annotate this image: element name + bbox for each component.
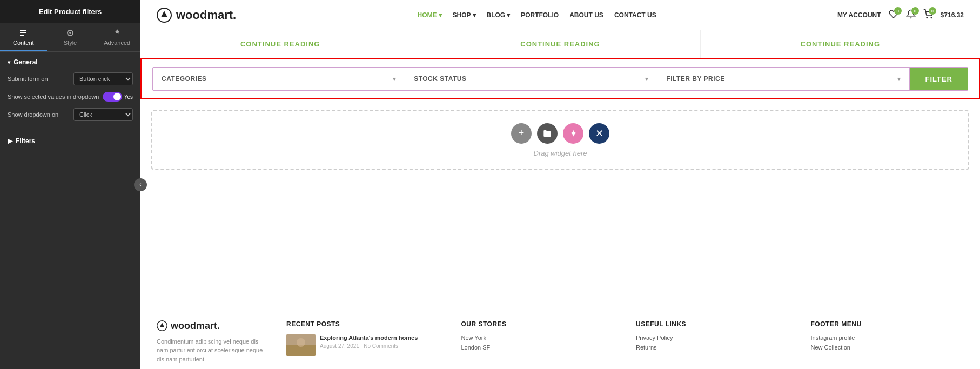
nav-account[interactable]: MY ACCOUNT xyxy=(837,11,881,19)
continue-label-2: CONTINUE READING xyxy=(520,40,600,48)
footer-brand: woodmart. Condimentum adipiscing vel neq… xyxy=(157,320,265,364)
notifications-icon-wrap[interactable]: 0 xyxy=(906,9,916,21)
footer-logo-text: woodmart. xyxy=(171,320,220,332)
stock-status-dropdown[interactable]: STOCK STATUS ▾ xyxy=(405,68,657,90)
cart-icon-wrap[interactable]: 0 xyxy=(923,9,933,21)
footer-store-new-york[interactable]: New York xyxy=(461,334,615,341)
footer: woodmart. Condimentum adipiscing vel neq… xyxy=(140,304,980,370)
logo[interactable]: woodmart. xyxy=(157,8,236,23)
filters-section-title[interactable]: ▶ Filters xyxy=(8,137,133,145)
footer-store-london[interactable]: London SF xyxy=(461,344,615,351)
tab-content[interactable]: Content xyxy=(0,23,47,51)
sidebar: Edit Product filters Content Style Advan… xyxy=(0,0,140,369)
show-dropdown-label: Show dropdown on xyxy=(8,111,73,118)
continue-item-2[interactable]: CONTINUE READING xyxy=(420,30,700,58)
price-dropdown[interactable]: FILTER BY PRICE ▾ xyxy=(657,68,910,90)
widget-drag-label: Drag widget here xyxy=(534,149,587,157)
footer-privacy-policy[interactable]: Privacy Policy xyxy=(636,334,789,341)
nav-home-chevron-icon: ▾ xyxy=(439,11,442,19)
stock-chevron-icon: ▾ xyxy=(645,76,649,83)
footer-post-info: Exploring Atlanta's modern homes August … xyxy=(320,334,440,349)
price-label: FILTER BY PRICE xyxy=(666,75,724,83)
svg-point-8 xyxy=(931,17,932,18)
footer-recent-posts: RECENT POSTS Exploring Atlanta's modern … xyxy=(286,320,440,364)
svg-point-4 xyxy=(69,32,71,34)
tab-advanced[interactable]: Advanced xyxy=(93,23,140,51)
submit-form-select[interactable]: Button click On change xyxy=(73,72,133,85)
general-section: ▾ General Submit form on Button click On… xyxy=(0,52,140,132)
cart-total: $716.32 xyxy=(941,11,964,19)
notifications-badge: 0 xyxy=(911,7,919,15)
nav-portfolio[interactable]: PORTFOLIO xyxy=(521,11,559,19)
continue-label-1: CONTINUE READING xyxy=(240,40,320,48)
tab-style[interactable]: Style xyxy=(47,23,94,51)
footer-new-collection[interactable]: New Collection xyxy=(811,344,964,351)
filters-label: Filters xyxy=(16,137,35,145)
footer-post-image xyxy=(286,334,316,356)
filters-section: ▶ Filters xyxy=(0,132,140,150)
svg-rect-2 xyxy=(20,35,24,36)
tab-content-label: Content xyxy=(13,39,34,46)
footer-logo-icon xyxy=(157,320,167,331)
filter-button[interactable]: FILTER xyxy=(910,68,968,90)
nav-blog[interactable]: BLOG ▾ xyxy=(487,11,511,19)
footer-inner: woodmart. Condimentum adipiscing vel neq… xyxy=(157,320,964,364)
show-selected-toggle[interactable] xyxy=(103,92,122,102)
show-selected-row: Show selected values in dropdown Yes xyxy=(8,92,133,102)
widget-actions: + ✦ ✕ xyxy=(511,123,609,144)
show-selected-toggle-wrap: Yes xyxy=(103,92,133,102)
nav-shop[interactable]: SHOP ▾ xyxy=(453,11,476,19)
svg-marker-10 xyxy=(160,323,165,327)
svg-rect-0 xyxy=(20,30,26,31)
widget-folder-button[interactable] xyxy=(537,123,558,144)
nav-contact[interactable]: CONTACT US xyxy=(614,11,656,19)
footer-post-title: Exploring Atlanta's modern homes xyxy=(320,334,440,341)
tab-advanced-label: Advanced xyxy=(104,39,130,46)
logo-icon xyxy=(157,8,172,23)
svg-point-13 xyxy=(297,338,305,347)
continue-strip: CONTINUE READING CONTINUE READING CONTIN… xyxy=(140,30,980,58)
footer-post-item[interactable]: Exploring Atlanta's modern homes August … xyxy=(286,334,440,356)
continue-item-3[interactable]: CONTINUE READING xyxy=(701,30,980,58)
widget-close-button[interactable]: ✕ xyxy=(589,123,609,144)
sidebar-header: Edit Product filters xyxy=(0,0,140,23)
topnav: woodmart. HOME ▾ SHOP ▾ BLOG ▾ PORTFOLIO… xyxy=(140,0,980,30)
widget-drop-zone: + ✦ ✕ Drag widget here xyxy=(151,110,969,170)
wishlist-icon-wrap[interactable]: 0 xyxy=(889,9,898,21)
continue-label-3: CONTINUE READING xyxy=(801,40,880,48)
footer-useful-links-title: USEFUL LINKS xyxy=(636,320,789,328)
continue-item-1[interactable]: CONTINUE READING xyxy=(140,30,420,58)
svg-point-7 xyxy=(927,17,928,18)
footer-menu-title: FOOTER MENU xyxy=(811,320,964,328)
nav-about[interactable]: ABOUT US xyxy=(569,11,603,19)
cart-badge: 0 xyxy=(929,7,936,15)
general-label: General xyxy=(14,58,38,66)
footer-instagram[interactable]: Instagram profile xyxy=(811,334,964,341)
tab-style-label: Style xyxy=(64,39,77,46)
sidebar-collapse-button[interactable]: ‹ xyxy=(134,178,147,191)
show-dropdown-select[interactable]: Click Hover xyxy=(73,108,133,121)
footer-post-meta: August 27, 2021 No Comments xyxy=(320,343,440,349)
show-selected-label: Show selected values in dropdown xyxy=(8,93,103,100)
categories-dropdown[interactable]: CATEGORIES ▾ xyxy=(153,68,405,90)
general-chevron-icon: ▾ xyxy=(8,59,10,65)
toggle-yes-label: Yes xyxy=(124,94,133,100)
footer-our-stores-title: OUR STORES xyxy=(461,320,615,328)
general-section-title[interactable]: ▾ General xyxy=(8,58,133,66)
wishlist-badge: 0 xyxy=(894,7,902,15)
filters-chevron-icon: ▶ xyxy=(8,137,12,145)
sidebar-tabs: Content Style Advanced xyxy=(0,23,140,52)
submit-form-row: Submit form on Button click On change xyxy=(8,72,133,85)
footer-our-stores: OUR STORES New York London SF xyxy=(461,320,615,364)
widget-sparkle-button[interactable]: ✦ xyxy=(563,123,583,144)
svg-rect-1 xyxy=(20,32,26,33)
post-thumbnail xyxy=(286,334,316,356)
widget-add-button[interactable]: + xyxy=(511,123,532,144)
footer-returns[interactable]: Returns xyxy=(636,344,789,351)
main-content: woodmart. HOME ▾ SHOP ▾ BLOG ▾ PORTFOLIO… xyxy=(140,0,980,369)
submit-form-label: Submit form on xyxy=(8,76,73,82)
footer-logo: woodmart. xyxy=(157,320,265,332)
logo-text: woodmart. xyxy=(176,8,236,22)
folder-icon xyxy=(543,129,552,138)
nav-home[interactable]: HOME ▾ xyxy=(418,11,442,19)
